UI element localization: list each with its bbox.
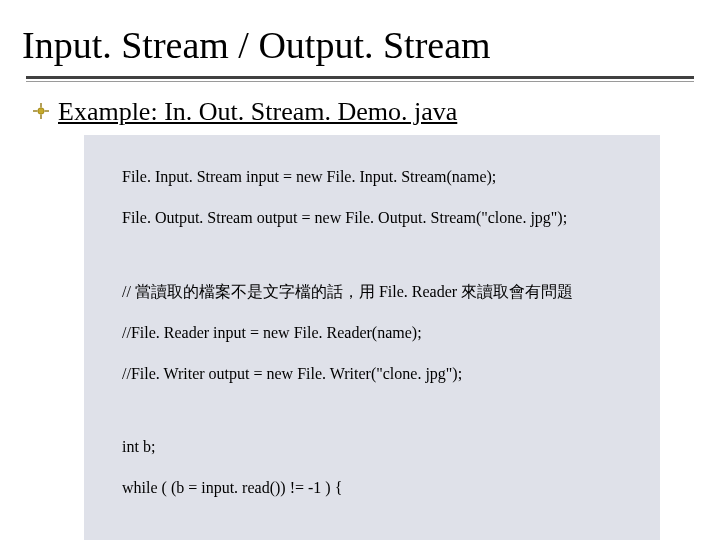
slide: Input. Stream / Output. Stream Example: … (0, 0, 720, 540)
slide-title: Input. Stream / Output. Stream (22, 24, 698, 68)
code-para-1: File. Input. Stream input = new File. In… (98, 147, 646, 249)
code-line: //File. Reader input = new File. Reader(… (122, 324, 422, 341)
code-para-2: // 當讀取的檔案不是文字檔的話，用 File. Reader 來讀取會有問題 … (98, 261, 646, 404)
example-subtitle: Example: In. Out. Stream. Demo. java (58, 96, 457, 127)
code-line: while ( (b = input. read()) != -1 ) { (122, 479, 342, 496)
svg-rect-2 (40, 115, 41, 119)
code-line: File. Input. Stream input = new File. In… (122, 168, 496, 185)
code-para-3: int b; while ( (b = input. read()) != -1… (98, 417, 646, 541)
svg-rect-4 (45, 111, 49, 112)
subtitle-row: Example: In. Out. Stream. Demo. java (32, 96, 698, 127)
code-line: //File. Writer output = new File. Writer… (122, 365, 462, 382)
code-line: int b; (122, 438, 155, 455)
code-line: File. Output. Stream output = new File. … (122, 209, 567, 226)
crosshair-bullet-icon (32, 102, 50, 120)
svg-point-0 (38, 108, 44, 114)
svg-rect-3 (33, 111, 37, 112)
code-line: // 當讀取的檔案不是文字檔的話，用 File. Reader 來讀取會有問題 (122, 283, 573, 300)
svg-rect-1 (40, 103, 41, 107)
title-divider (26, 76, 694, 82)
code-block: File. Input. Stream input = new File. In… (84, 135, 660, 540)
